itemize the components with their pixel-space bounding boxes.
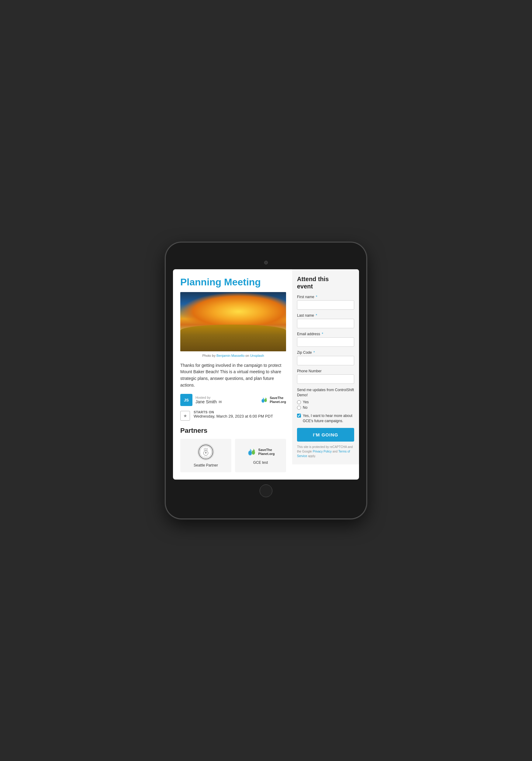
last-name-group: Last name * xyxy=(297,313,354,328)
org-name-line2: Planet.org xyxy=(270,400,286,404)
radio-yes-option[interactable]: Yes xyxy=(297,400,354,404)
partner-card-gce: SaveThe Planet.org GCE test xyxy=(235,439,286,472)
tablet-frame: Planning Meeting Photo by Benjamin Masse… xyxy=(166,243,366,519)
updates-group: Send me updates from ControlShift Demo! … xyxy=(297,387,354,410)
svg-text:⚜: ⚜ xyxy=(205,452,207,455)
event-description: Thanks for getting involved in the campa… xyxy=(180,362,286,389)
phone-input[interactable] xyxy=(297,375,354,384)
event-image-wrapper xyxy=(180,292,286,351)
form-title: Attend this event xyxy=(297,275,354,290)
first-name-input[interactable] xyxy=(297,300,354,310)
campaigns-label: Yes, I want to hear more about GCE's fut… xyxy=(303,413,354,424)
org-logo-text: SaveThe Planet.org xyxy=(270,396,286,404)
org-drops-icon xyxy=(260,396,269,404)
phone-group: Phone Number xyxy=(297,369,354,384)
sidebar-column: Attend this event First name * Last name… xyxy=(292,269,359,464)
hosted-by-label: Hosted by xyxy=(196,396,222,399)
star-icon: ★ xyxy=(183,413,187,418)
last-name-label: Last name * xyxy=(297,313,354,318)
envelope-icon: ✉ xyxy=(218,400,222,404)
gce-drops-icon xyxy=(247,446,258,457)
host-row: JS Hosted by Jane Smith ✉ xyxy=(180,394,286,406)
partners-title: Partners xyxy=(180,427,286,435)
host-info: JS Hosted by Jane Smith ✉ xyxy=(180,394,222,406)
recaptcha-and: and xyxy=(332,450,338,453)
host-avatar: JS xyxy=(180,394,193,406)
seattle-logo: CITY OF SEATTLE ⚜ EST. 1853 xyxy=(198,444,214,460)
svg-point-2 xyxy=(265,399,267,402)
form-title-line2: event xyxy=(297,283,313,290)
date-info: STARTS ON Wednesday, March 29, 2023 at 6… xyxy=(194,410,273,419)
host-details: Hosted by Jane Smith ✉ xyxy=(196,396,222,404)
org-logo: SaveThe Planet.org xyxy=(260,396,286,404)
radio-group: Yes No xyxy=(297,400,354,410)
email-group: Email address * xyxy=(297,332,354,347)
svg-point-12 xyxy=(252,450,255,455)
event-date-row: ★ STARTS ON Wednesday, March 29, 2023 at… xyxy=(180,410,286,421)
radio-no-option[interactable]: No xyxy=(297,405,354,410)
partner-name-gce: GCE test xyxy=(253,460,268,465)
main-column: Planning Meeting Photo by Benjamin Masse… xyxy=(173,269,292,480)
photo-credit-prefix: Photo by xyxy=(202,354,215,357)
event-title: Planning Meeting xyxy=(180,276,286,288)
photo-credit-author-link[interactable]: Benjamin Massello xyxy=(216,354,244,357)
gce-logo-text: SaveThe Planet.org xyxy=(259,448,275,456)
campaigns-checkbox[interactable] xyxy=(297,414,301,418)
partners-grid: CITY OF SEATTLE ⚜ EST. 1853 Seattle Part… xyxy=(180,439,286,472)
partner-card-seattle: CITY OF SEATTLE ⚜ EST. 1853 Seattle Part… xyxy=(180,439,231,472)
seattle-seal-svg: CITY OF SEATTLE ⚜ EST. 1853 xyxy=(199,444,213,459)
svg-text:CITY OF: CITY OF xyxy=(204,448,208,449)
date-icon-box: ★ xyxy=(180,411,190,421)
submit-button[interactable]: I'M GOING xyxy=(297,428,354,441)
host-initials: JS xyxy=(184,398,189,402)
recaptcha-notice: This site is protected by reCAPTCHA and … xyxy=(297,444,354,458)
email-required: * xyxy=(322,332,323,336)
svg-point-1 xyxy=(262,399,264,402)
tablet-home-button[interactable] xyxy=(260,485,272,497)
first-name-required: * xyxy=(316,295,317,299)
gce-name-line2: Planet.org xyxy=(259,452,275,456)
svg-point-11 xyxy=(249,451,251,455)
date-label: STARTS ON xyxy=(194,410,273,414)
zip-required: * xyxy=(314,350,315,355)
radio-no[interactable] xyxy=(297,406,301,410)
tablet-camera xyxy=(264,261,268,264)
partner-name-seattle: Seattle Partner xyxy=(194,463,218,467)
email-label: Email address * xyxy=(297,332,354,336)
tablet-screen: Planning Meeting Photo by Benjamin Masse… xyxy=(173,269,359,480)
last-name-input[interactable] xyxy=(297,319,354,328)
gce-logo: SaveThe Planet.org xyxy=(247,446,275,457)
photo-credit: Photo by Benjamin Massello on Unsplash xyxy=(180,354,286,357)
last-name-required: * xyxy=(316,313,317,318)
phone-label: Phone Number xyxy=(297,369,354,373)
first-name-label: First name * xyxy=(297,295,354,299)
photo-credit-on: on xyxy=(245,354,249,357)
org-name-line1: SaveThe xyxy=(270,396,286,400)
partners-section: Partners CITY OF SEATTLE xyxy=(180,427,286,472)
page-content: Planning Meeting Photo by Benjamin Masse… xyxy=(173,269,359,480)
photo-credit-source-link[interactable]: Unsplash xyxy=(250,354,264,357)
date-value: Wednesday, March 29, 2023 at 6:00 PM PDT xyxy=(194,414,273,419)
host-name-row: Jane Smith ✉ xyxy=(196,399,222,404)
privacy-policy-link[interactable]: Privacy Policy xyxy=(313,450,332,453)
recaptcha-apply: apply. xyxy=(308,454,316,458)
first-name-group: First name * xyxy=(297,295,354,310)
campaigns-checkbox-option[interactable]: Yes, I want to hear more about GCE's fut… xyxy=(297,413,354,424)
svg-text:SEATTLE: SEATTLE xyxy=(204,449,208,451)
gce-name-line1: SaveThe xyxy=(259,448,275,452)
radio-no-label: No xyxy=(303,405,307,410)
event-image xyxy=(180,292,286,351)
zip-input[interactable] xyxy=(297,356,354,365)
zip-group: Zip Code * xyxy=(297,350,354,365)
svg-text:EST. 1853: EST. 1853 xyxy=(204,456,208,457)
email-input[interactable] xyxy=(297,337,354,347)
updates-label: Send me updates from ControlShift Demo! xyxy=(297,387,354,398)
radio-yes-label: Yes xyxy=(303,400,309,404)
zip-label: Zip Code * xyxy=(297,350,354,355)
form-title-line1: Attend this xyxy=(297,276,328,282)
host-name: Jane Smith xyxy=(196,399,217,404)
radio-yes[interactable] xyxy=(297,400,301,404)
